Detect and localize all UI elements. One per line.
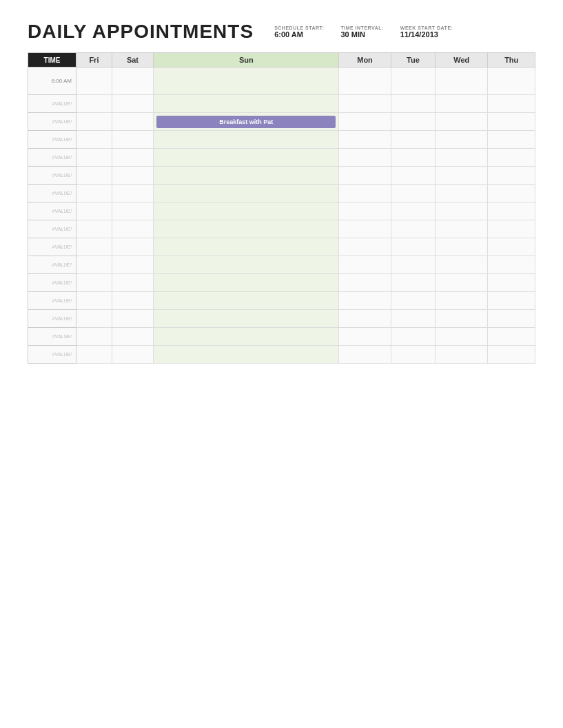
cell-wed-11[interactable] [436, 256, 488, 274]
cell-mon-1[interactable] [339, 67, 391, 95]
cell-wed-16[interactable] [436, 346, 488, 364]
cell-fri-2[interactable] [76, 95, 112, 113]
cell-thu-4[interactable] [488, 131, 535, 149]
cell-tue-4[interactable] [391, 131, 436, 149]
cell-fri-11[interactable] [76, 256, 112, 274]
cell-fri-4[interactable] [76, 131, 112, 149]
cell-fri-8[interactable] [76, 202, 112, 220]
cell-sun-6[interactable] [154, 167, 339, 185]
cell-wed-5[interactable] [436, 149, 488, 167]
cell-fri-7[interactable] [76, 185, 112, 202]
cell-sun-13[interactable] [154, 292, 339, 310]
cell-sun-8[interactable] [154, 202, 339, 220]
cell-sat-14[interactable] [112, 310, 153, 328]
cell-tue-13[interactable] [391, 292, 436, 310]
cell-sun-7[interactable] [154, 185, 339, 202]
cell-mon-6[interactable] [339, 167, 391, 185]
cell-mon-3[interactable] [339, 113, 391, 131]
cell-wed-14[interactable] [436, 310, 488, 328]
cell-sun-1[interactable] [154, 67, 339, 95]
cell-thu-16[interactable] [488, 346, 535, 364]
cell-sat-8[interactable] [112, 202, 153, 220]
cell-tue-1[interactable] [391, 67, 436, 95]
cell-sun-9[interactable] [154, 220, 339, 238]
cell-sun-11[interactable] [154, 256, 339, 274]
cell-sat-10[interactable] [112, 238, 153, 256]
cell-wed-15[interactable] [436, 328, 488, 346]
cell-wed-6[interactable] [436, 167, 488, 185]
cell-sun-4[interactable] [154, 131, 339, 149]
cell-mon-8[interactable] [339, 202, 391, 220]
cell-tue-6[interactable] [391, 167, 436, 185]
cell-thu-14[interactable] [488, 310, 535, 328]
cell-mon-9[interactable] [339, 220, 391, 238]
cell-mon-10[interactable] [339, 238, 391, 256]
cell-mon-11[interactable] [339, 256, 391, 274]
cell-mon-12[interactable] [339, 274, 391, 292]
cell-thu-11[interactable] [488, 256, 535, 274]
cell-mon-15[interactable] [339, 328, 391, 346]
cell-sat-3[interactable] [112, 113, 153, 131]
cell-mon-13[interactable] [339, 292, 391, 310]
cell-fri-10[interactable] [76, 238, 112, 256]
cell-fri-9[interactable] [76, 220, 112, 238]
cell-thu-3[interactable] [488, 113, 535, 131]
cell-tue-16[interactable] [391, 346, 436, 364]
cell-sat-4[interactable] [112, 131, 153, 149]
cell-fri-1[interactable] [76, 67, 112, 95]
cell-thu-6[interactable] [488, 167, 535, 185]
cell-sat-1[interactable] [112, 67, 153, 95]
cell-thu-7[interactable] [488, 185, 535, 202]
cell-thu-13[interactable] [488, 292, 535, 310]
cell-thu-15[interactable] [488, 328, 535, 346]
cell-fri-15[interactable] [76, 328, 112, 346]
cell-wed-8[interactable] [436, 202, 488, 220]
cell-tue-3[interactable] [391, 113, 436, 131]
cell-tue-12[interactable] [391, 274, 436, 292]
cell-thu-1[interactable] [488, 67, 535, 95]
cell-mon-2[interactable] [339, 95, 391, 113]
cell-fri-12[interactable] [76, 274, 112, 292]
cell-thu-10[interactable] [488, 238, 535, 256]
cell-wed-9[interactable] [436, 220, 488, 238]
cell-sat-13[interactable] [112, 292, 153, 310]
cell-sun-2[interactable] [154, 95, 339, 113]
cell-thu-5[interactable] [488, 149, 535, 167]
cell-mon-7[interactable] [339, 185, 391, 202]
cell-wed-1[interactable] [436, 67, 488, 95]
cell-fri-16[interactable] [76, 346, 112, 364]
cell-sun-12[interactable] [154, 274, 339, 292]
cell-thu-12[interactable] [488, 274, 535, 292]
cell-thu-8[interactable] [488, 202, 535, 220]
cell-sat-9[interactable] [112, 220, 153, 238]
cell-sat-7[interactable] [112, 185, 153, 202]
cell-tue-7[interactable] [391, 185, 436, 202]
event-breakfast-with-pat[interactable]: Breakfast with Pat [156, 116, 336, 128]
cell-mon-4[interactable] [339, 131, 391, 149]
cell-wed-4[interactable] [436, 131, 488, 149]
cell-sun-14[interactable] [154, 310, 339, 328]
cell-wed-2[interactable] [436, 95, 488, 113]
cell-tue-8[interactable] [391, 202, 436, 220]
cell-fri-13[interactable] [76, 292, 112, 310]
cell-tue-9[interactable] [391, 220, 436, 238]
cell-sun-16[interactable] [154, 346, 339, 364]
cell-sat-6[interactable] [112, 167, 153, 185]
cell-sat-5[interactable] [112, 149, 153, 167]
cell-fri-3[interactable] [76, 113, 112, 131]
cell-sun-10[interactable] [154, 238, 339, 256]
cell-mon-14[interactable] [339, 310, 391, 328]
cell-tue-14[interactable] [391, 310, 436, 328]
cell-tue-10[interactable] [391, 238, 436, 256]
cell-sat-16[interactable] [112, 346, 153, 364]
cell-fri-14[interactable] [76, 310, 112, 328]
cell-sun-5[interactable] [154, 149, 339, 167]
cell-sat-11[interactable] [112, 256, 153, 274]
cell-mon-16[interactable] [339, 346, 391, 364]
cell-tue-2[interactable] [391, 95, 436, 113]
cell-sat-15[interactable] [112, 328, 153, 346]
cell-thu-2[interactable] [488, 95, 535, 113]
cell-thu-9[interactable] [488, 220, 535, 238]
cell-wed-3[interactable] [436, 113, 488, 131]
cell-sat-2[interactable] [112, 95, 153, 113]
